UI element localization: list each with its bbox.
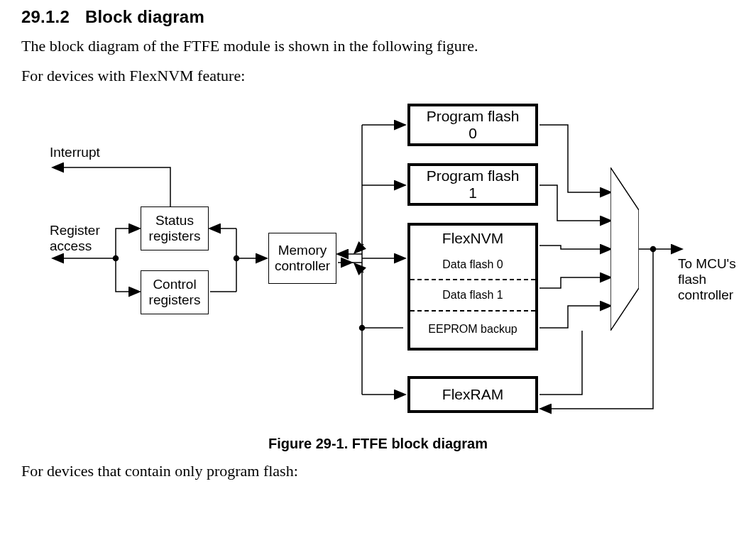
flexnvm-data-flash-0: Data flash 0 — [410, 251, 535, 280]
flexnvm-title: FlexNVM — [442, 226, 503, 251]
section-title: Block diagram — [85, 7, 204, 26]
svg-point-7 — [360, 326, 365, 331]
register-access-l2: access — [50, 238, 92, 253]
page: 29.1.2Block diagram The block diagram of… — [0, 0, 756, 540]
section-number: 29.1.2 — [21, 7, 70, 26]
register-access-l1: Register — [50, 223, 100, 238]
memory-controller-l2: controller — [275, 258, 330, 274]
figure-caption: Figure 29-1. FTFE block diagram — [21, 436, 735, 452]
memory-controller-l1: Memory — [278, 243, 327, 258]
to-mcu-label: To MCU's flash controller — [678, 256, 738, 303]
program-flash-0-l1: Program flash — [427, 108, 520, 125]
intro-paragraph-1: The block diagram of the FTFE module is … — [21, 37, 735, 55]
flexnvm-block: FlexNVM Data flash 0 Data flash 1 EEPROM… — [407, 223, 538, 351]
outro-paragraph: For devices that contain only program fl… — [21, 462, 735, 480]
memory-controller-block: Memory controller — [268, 233, 336, 284]
status-registers-l1: Status — [155, 213, 194, 228]
control-registers-block: Control registers — [141, 270, 209, 314]
intro-paragraph-2: For devices with FlexNVM feature: — [21, 67, 735, 85]
program-flash-0-block: Program flash 0 — [407, 104, 538, 146]
status-registers-l2: registers — [149, 228, 201, 244]
program-flash-1-l1: Program flash — [427, 167, 520, 184]
block-diagram: Interrupt Register access To MCU's flash… — [28, 97, 738, 430]
interrupt-label: Interrupt — [50, 145, 100, 160]
flexram-block: FlexRAM — [407, 376, 538, 413]
program-flash-0-l2: 0 — [469, 125, 477, 142]
flexnvm-eeprom-backup: EEPROM backup — [410, 312, 535, 348]
control-registers-l2: registers — [149, 292, 201, 308]
flexram-label: FlexRAM — [442, 386, 503, 403]
svg-marker-9 — [610, 167, 639, 331]
program-flash-1-l2: 1 — [469, 184, 477, 202]
to-mcu-l2: flash controller — [678, 272, 733, 302]
register-access-label: Register access — [50, 223, 100, 254]
to-mcu-l1: To MCU's — [678, 256, 736, 271]
mux-block — [610, 167, 639, 331]
flexnvm-data-flash-1: Data flash 1 — [410, 280, 535, 310]
status-registers-block: Status registers — [141, 206, 209, 250]
section-heading: 29.1.2Block diagram — [21, 7, 735, 27]
control-registers-l1: Control — [153, 277, 196, 292]
program-flash-1-block: Program flash 1 — [407, 163, 538, 206]
